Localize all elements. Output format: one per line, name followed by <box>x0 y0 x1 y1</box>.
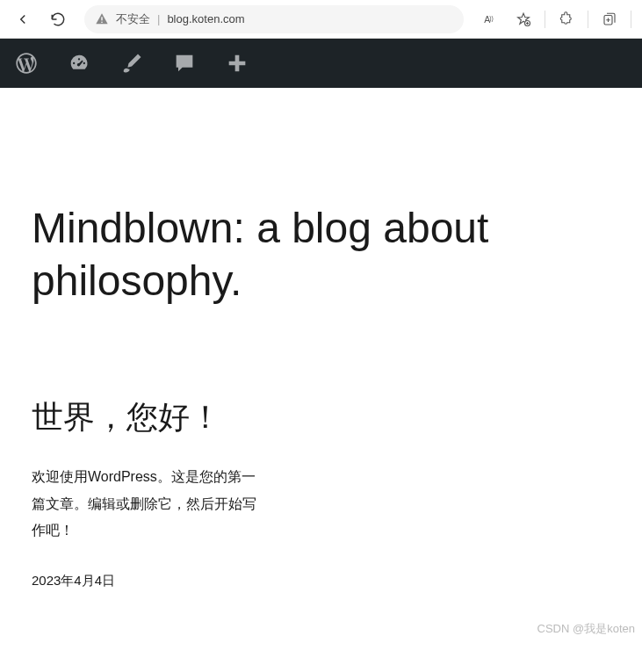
svg-text:)): )) <box>489 14 494 21</box>
insecure-icon <box>95 12 109 26</box>
toolbar-divider <box>631 11 631 28</box>
page-content: Mindblown: a blog about philosophy. 世界，您… <box>0 88 642 589</box>
collections-button[interactable] <box>594 4 625 35</box>
browser-toolbar: 不安全 | blog.koten.com A)) <box>0 0 642 39</box>
dashboard-icon <box>67 51 91 76</box>
comment-icon <box>172 51 197 76</box>
svg-rect-0 <box>101 17 102 20</box>
wp-dashboard-button[interactable] <box>63 47 95 79</box>
browser-tool-icons: A)) <box>474 4 635 35</box>
address-bar[interactable]: 不安全 | blog.koten.com <box>84 5 464 33</box>
extensions-button[interactable] <box>551 4 582 35</box>
page-title: Mindblown: a blog about philosophy. <box>32 202 610 307</box>
wordpress-icon <box>14 51 39 76</box>
wp-new-button[interactable] <box>221 47 253 79</box>
brush-icon <box>119 51 144 76</box>
watermark: CSDN @我是koten <box>537 621 635 637</box>
url-text: blog.koten.com <box>167 12 244 25</box>
post-excerpt: 欢迎使用WordPress。这是您的第一篇文章。编辑或删除它，然后开始写作吧！ <box>32 464 260 544</box>
svg-rect-1 <box>101 21 102 22</box>
post-title[interactable]: 世界，您好！ <box>32 395 225 439</box>
wp-logo-button[interactable] <box>11 47 42 79</box>
read-aloud-button[interactable]: A)) <box>474 4 506 35</box>
wp-customize-button[interactable] <box>116 47 148 79</box>
post-date: 2023年4月4日 <box>32 573 610 589</box>
insecure-label: 不安全 <box>116 11 150 27</box>
toolbar-divider <box>588 11 588 28</box>
wp-comments-button[interactable] <box>169 47 200 79</box>
refresh-button[interactable] <box>42 4 74 35</box>
address-separator: | <box>157 12 160 25</box>
favorites-button[interactable] <box>508 4 539 35</box>
back-button[interactable] <box>7 4 39 35</box>
plus-icon <box>225 51 249 76</box>
wp-admin-bar <box>0 39 642 88</box>
toolbar-divider <box>545 11 545 28</box>
